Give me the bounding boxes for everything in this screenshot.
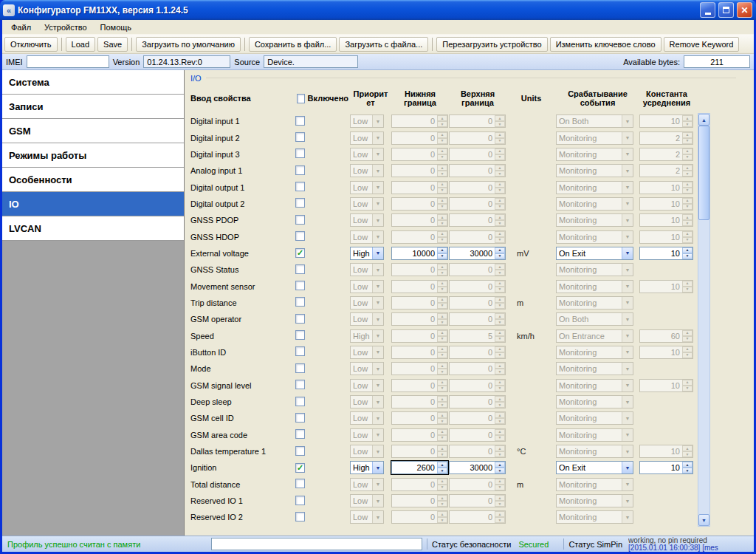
menu-file[interactable]: Файл bbox=[4, 21, 38, 33]
low-level-spinner[interactable]: 0▲▼ bbox=[391, 197, 448, 211]
spin-down-icon[interactable]: ▼ bbox=[495, 154, 505, 160]
high-level-spinner[interactable]: 0▲▼ bbox=[449, 197, 506, 211]
priority-select[interactable]: Low▼ bbox=[350, 478, 384, 491]
event-select[interactable]: On Both▼ bbox=[556, 114, 633, 128]
spin-down-icon[interactable]: ▼ bbox=[495, 517, 505, 523]
spin-down-icon[interactable]: ▼ bbox=[437, 386, 447, 391]
spin-down-icon[interactable]: ▼ bbox=[682, 220, 693, 226]
sidebar-item-lvcan[interactable]: LVCAN bbox=[2, 216, 184, 241]
event-select[interactable]: Monitoring▼ bbox=[556, 411, 633, 425]
enable-checkbox[interactable] bbox=[295, 413, 305, 423]
spin-up-icon[interactable]: ▲ bbox=[495, 412, 505, 418]
spin-up-icon[interactable]: ▲ bbox=[682, 198, 693, 204]
spin-down-icon[interactable]: ▼ bbox=[437, 204, 447, 210]
priority-select[interactable]: Low▼ bbox=[350, 296, 384, 310]
spin-up-icon[interactable]: ▲ bbox=[437, 445, 447, 451]
spin-down-icon[interactable]: ▼ bbox=[495, 402, 505, 408]
spin-up-icon[interactable]: ▲ bbox=[437, 412, 447, 418]
spin-up-icon[interactable]: ▲ bbox=[495, 214, 505, 220]
menu-device[interactable]: Устройство bbox=[38, 21, 94, 33]
spin-down-icon[interactable]: ▼ bbox=[682, 171, 693, 177]
spin-up-icon[interactable]: ▲ bbox=[437, 165, 447, 171]
event-select[interactable]: Monitoring▼ bbox=[556, 379, 633, 392]
toolbar-button[interactable]: Загрузить с файла... bbox=[339, 37, 428, 52]
event-select[interactable]: Monitoring▼ bbox=[556, 131, 633, 145]
sidebar-item-modes[interactable]: Режимы работы bbox=[2, 143, 184, 168]
low-level-spinner[interactable]: 0▲▼ bbox=[391, 213, 448, 227]
spin-down-icon[interactable]: ▼ bbox=[495, 485, 505, 490]
spin-up-icon[interactable]: ▲ bbox=[495, 363, 505, 369]
spin-down-icon[interactable]: ▼ bbox=[682, 188, 693, 194]
event-select[interactable]: Monitoring▼ bbox=[556, 395, 633, 408]
avg-constant-spinner[interactable]: 10▲▼ bbox=[639, 445, 693, 458]
enable-checkbox[interactable] bbox=[295, 363, 305, 373]
spin-down-icon[interactable]: ▼ bbox=[437, 517, 447, 523]
priority-select[interactable]: Low▼ bbox=[350, 494, 384, 507]
spin-down-icon[interactable]: ▼ bbox=[495, 451, 505, 457]
sidebar-item-system[interactable]: Система bbox=[2, 70, 184, 95]
enable-checkbox[interactable] bbox=[295, 165, 305, 175]
avg-constant-spinner[interactable]: 10▲▼ bbox=[639, 114, 693, 128]
avg-constant-spinner[interactable]: 10▲▼ bbox=[639, 379, 693, 392]
low-level-spinner[interactable]: 0▲▼ bbox=[391, 428, 448, 442]
avg-constant-spinner[interactable]: 10▲▼ bbox=[639, 213, 693, 227]
spin-down-icon[interactable]: ▼ bbox=[437, 138, 447, 144]
spin-down-icon[interactable]: ▼ bbox=[682, 386, 693, 391]
priority-select[interactable]: Low▼ bbox=[350, 445, 384, 458]
avg-constant-spinner[interactable]: 2▲▼ bbox=[639, 164, 693, 177]
spin-down-icon[interactable]: ▼ bbox=[437, 188, 447, 194]
spin-down-icon[interactable]: ▼ bbox=[495, 435, 505, 441]
priority-select[interactable]: Low▼ bbox=[350, 510, 384, 524]
enable-checkbox[interactable] bbox=[295, 512, 305, 521]
avg-constant-spinner[interactable]: 2▲▼ bbox=[639, 148, 693, 161]
spin-up-icon[interactable]: ▲ bbox=[495, 198, 505, 204]
high-level-spinner[interactable]: 0▲▼ bbox=[449, 312, 506, 326]
spin-down-icon[interactable]: ▼ bbox=[495, 253, 505, 259]
spin-down-icon[interactable]: ▼ bbox=[682, 138, 693, 144]
spin-up-icon[interactable]: ▲ bbox=[437, 198, 447, 204]
spin-down-icon[interactable]: ▼ bbox=[437, 220, 447, 226]
spin-up-icon[interactable]: ▲ bbox=[495, 495, 505, 501]
low-level-spinner[interactable]: 0▲▼ bbox=[391, 362, 448, 375]
high-level-spinner[interactable]: 0▲▼ bbox=[449, 428, 506, 442]
spin-down-icon[interactable]: ▼ bbox=[437, 451, 447, 457]
spin-up-icon[interactable]: ▲ bbox=[437, 247, 447, 253]
spin-down-icon[interactable]: ▼ bbox=[437, 237, 447, 243]
spin-up-icon[interactable]: ▲ bbox=[682, 132, 693, 138]
enable-checkbox[interactable] bbox=[295, 496, 305, 505]
priority-select[interactable]: High▼ bbox=[350, 247, 384, 260]
high-level-spinner[interactable]: 0▲▼ bbox=[449, 296, 506, 310]
high-level-spinner[interactable]: 0▲▼ bbox=[449, 131, 506, 145]
high-level-spinner[interactable]: 30000▲▼ bbox=[449, 247, 506, 260]
priority-select[interactable]: Low▼ bbox=[350, 362, 384, 375]
toolbar-button[interactable]: Изменить ключевое слово bbox=[550, 37, 662, 52]
enable-checkbox[interactable] bbox=[295, 479, 305, 488]
enable-checkbox[interactable] bbox=[295, 182, 305, 191]
low-level-spinner[interactable]: 0▲▼ bbox=[391, 411, 448, 425]
scrollbar-thumb[interactable] bbox=[698, 126, 709, 220]
high-level-spinner[interactable]: 0▲▼ bbox=[449, 164, 506, 177]
low-level-spinner[interactable]: 0▲▼ bbox=[391, 395, 448, 408]
high-level-spinner[interactable]: 0▲▼ bbox=[449, 411, 506, 425]
priority-select[interactable]: Low▼ bbox=[350, 263, 384, 276]
spin-down-icon[interactable]: ▼ bbox=[495, 220, 505, 226]
spin-down-icon[interactable]: ▼ bbox=[495, 303, 505, 309]
event-select[interactable]: Monitoring▼ bbox=[556, 197, 633, 211]
event-select[interactable]: Monitoring▼ bbox=[556, 494, 633, 507]
spin-down-icon[interactable]: ▼ bbox=[437, 352, 447, 358]
spin-up-icon[interactable]: ▲ bbox=[437, 396, 447, 402]
spin-up-icon[interactable]: ▲ bbox=[437, 330, 447, 336]
high-level-spinner[interactable]: 0▲▼ bbox=[449, 263, 506, 276]
spin-down-icon[interactable]: ▼ bbox=[495, 468, 505, 473]
spin-down-icon[interactable]: ▼ bbox=[437, 171, 447, 177]
toolbar-button[interactable]: Load bbox=[66, 37, 95, 52]
scrollbar-track[interactable] bbox=[698, 220, 709, 514]
event-select[interactable]: On Entrance▼ bbox=[556, 329, 633, 343]
high-level-spinner[interactable]: 0▲▼ bbox=[449, 395, 506, 408]
enable-checkbox[interactable] bbox=[295, 429, 305, 439]
enable-checkbox[interactable] bbox=[295, 148, 305, 158]
event-select[interactable]: Monitoring▼ bbox=[556, 280, 633, 293]
low-level-spinner[interactable]: 0▲▼ bbox=[391, 510, 448, 524]
spin-up-icon[interactable]: ▲ bbox=[437, 182, 447, 188]
spin-down-icon[interactable]: ▼ bbox=[495, 121, 505, 127]
